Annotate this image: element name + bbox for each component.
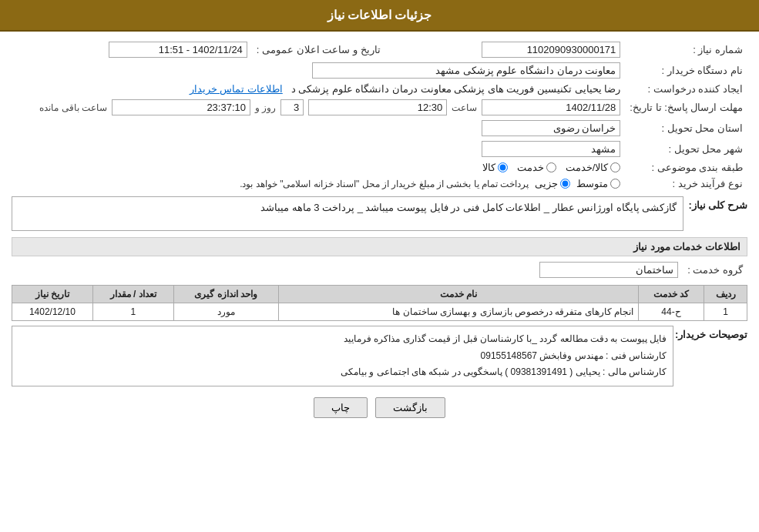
- response-date-value: 1402/11/28: [482, 99, 620, 115]
- service-group-value-cell: ساختمان: [12, 259, 683, 280]
- table-row: 1 ح-44 انجام کارهای متفرقه درخصوص بازساز…: [12, 303, 747, 321]
- process-radio-motavaset: متوسط: [576, 178, 620, 189]
- cell-row-num: 1: [704, 303, 747, 321]
- col-header-row-num: ردیف: [704, 286, 747, 303]
- response-time-remaining: 23:37:10: [112, 99, 250, 115]
- process-value-cell: متوسط جزیی پرداخت تمام یا بخشی از مبلغ خ…: [12, 176, 625, 192]
- print-button[interactable]: چاپ: [314, 397, 368, 418]
- cell-need-date: 1402/12/10: [12, 303, 93, 321]
- col-header-quantity: تعداد / مقدار: [92, 286, 173, 303]
- back-button[interactable]: بازگشت: [375, 397, 445, 418]
- header-info-table: شماره نیاز : 1102090930000171 تاریخ و سا…: [12, 39, 747, 192]
- category-radio-kala-khedmat-label: کالا/خدمت: [566, 162, 609, 173]
- category-radio-group: کالا/خدمت خدمت کالا: [16, 162, 620, 173]
- cell-unit: مورد: [173, 303, 278, 321]
- category-radio-khedmat-input[interactable]: [546, 162, 556, 172]
- page-header: جزئیات اطلاعات نیاز: [0, 0, 759, 32]
- buyer-desc-line: فایل پیوست به دقت مطالعه گردد _با کارشنا…: [18, 331, 667, 348]
- creator-label: ایجاد کننده درخواست :: [625, 81, 747, 97]
- process-radio-motavaset-input[interactable]: [610, 179, 620, 189]
- need-number-value-cell: 1102090930000171: [385, 39, 626, 60]
- buyer-desc-line: کارشناس فنی : مهندس وفابخش 09155148567: [18, 348, 667, 365]
- service-group-value: ساختمان: [539, 262, 678, 278]
- need-number-value: 1102090930000171: [482, 42, 620, 58]
- announce-datetime-value: 1402/11/24 - 11:51: [109, 42, 247, 58]
- category-radio-khedmat: خدمت: [517, 162, 556, 173]
- services-section-title: اطلاعات خدمات مورد نیاز: [12, 237, 747, 256]
- category-radio-kala: کالا: [482, 162, 508, 173]
- province-label: استان محل تحویل :: [625, 118, 747, 139]
- response-deadline-label: مهلت ارسال پاسخ: تا تاریخ:: [625, 97, 747, 118]
- cell-quantity: 1: [92, 303, 173, 321]
- process-radio-motavaset-label: متوسط: [576, 178, 608, 189]
- buyer-desc-line: کارشناس مالی : یحیایی ( 09381391491 ) پا…: [18, 364, 667, 381]
- process-row: متوسط جزیی پرداخت تمام یا بخشی از مبلغ خ…: [16, 178, 620, 189]
- service-group-label: گروه خدمت :: [683, 259, 747, 280]
- col-header-service-name: نام خدمت: [278, 286, 638, 303]
- need-desc-container: گازکشی پایگاه اورژانس عطار _ اطلاعات کام…: [12, 196, 683, 231]
- response-days-value: 3: [280, 99, 304, 115]
- category-radio-khedmat-label: خدمت: [517, 162, 544, 173]
- category-radio-kala-label: کالا: [482, 162, 495, 173]
- col-header-unit: واحد اندازه گیری: [173, 286, 278, 303]
- need-desc-label: شرح کلی نیاز:: [688, 196, 747, 211]
- cell-service-name: انجام کارهای متفرقه درخصوص بازسازی و بهس…: [278, 303, 638, 321]
- province-value: خراسان رضوی: [482, 120, 620, 136]
- response-time-label-static: ساعت: [452, 102, 477, 113]
- service-items-table: ردیف کد خدمت نام خدمت واحد اندازه گیری ت…: [12, 285, 747, 321]
- buyer-org-value: معاونت درمان دانشگاه علوم پزشکی مشهد: [312, 62, 620, 79]
- service-group-table: گروه خدمت : ساختمان: [12, 259, 747, 280]
- col-header-need-date: تاریخ نیاز: [12, 286, 93, 303]
- cell-service-code: ح-44: [638, 303, 704, 321]
- category-radio-kala-khedmat-input[interactable]: [610, 162, 620, 172]
- creator-value: رضا یحیایی تکنیسین فوریت های پزشکی معاون…: [291, 83, 621, 95]
- need-desc-section: شرح کلی نیاز: گازکشی پایگاه اورژانس عطار…: [12, 196, 747, 231]
- buyer-desc-value: فایل پیوست به دقت مطالعه گردد _با کارشنا…: [12, 326, 673, 386]
- process-note: پرداخت تمام یا بخشی از مبلغ خریدار از مح…: [240, 179, 529, 189]
- buyer-desc-section: توصیحات خریدار: فایل پیوست به دقت مطالعه…: [12, 326, 747, 386]
- buyer-org-value-cell: معاونت درمان دانشگاه علوم پزشکی مشهد: [12, 60, 625, 81]
- col-header-service-code: کد خدمت: [638, 286, 704, 303]
- city-value-cell: مشهد: [385, 139, 626, 159]
- process-radio-jozyi: جزیی: [535, 178, 570, 189]
- creator-value-cell: رضا یحیایی تکنیسین فوریت های پزشکی معاون…: [12, 81, 625, 97]
- response-deadline-row: 1402/11/28 ساعت 12:30 3 روز و 23:37:10 س…: [16, 99, 620, 115]
- category-radio-kala-input[interactable]: [498, 162, 508, 172]
- page-wrapper: جزئیات اطلاعات نیاز شماره نیاز : 1102090…: [0, 0, 759, 532]
- creator-contact-link[interactable]: اطلاعات تماس خریدار: [190, 83, 283, 95]
- process-radio-jozyi-label: جزیی: [535, 178, 558, 189]
- response-days-label: روز و: [255, 102, 276, 113]
- buyer-desc-container: فایل پیوست به دقت مطالعه گردد _با کارشنا…: [12, 326, 673, 386]
- category-radio-kala-khedmat: کالا/خدمت: [566, 162, 621, 173]
- category-label: طبقه بندی موضوعی :: [625, 159, 747, 176]
- need-number-label: شماره نیاز :: [625, 39, 747, 60]
- process-radio-jozyi-input[interactable]: [560, 179, 570, 189]
- city-label: شهر محل تحویل :: [625, 139, 747, 159]
- city-value: مشهد: [482, 141, 620, 157]
- page-title: جزئیات اطلاعات نیاز: [327, 8, 432, 22]
- buyer-org-label: نام دستگاه خریدار :: [625, 60, 747, 81]
- button-row: بازگشت چاپ: [12, 397, 747, 418]
- response-time-unit: ساعت باقی مانده: [39, 102, 107, 113]
- category-value-cell: کالا/خدمت خدمت کالا: [12, 159, 625, 176]
- province-value-cell: خراسان رضوی: [385, 118, 626, 139]
- announce-datetime-label: تاریخ و ساعت اعلان عمومی :: [252, 39, 385, 60]
- announce-datetime-value-cell: 1402/11/24 - 11:51: [12, 39, 252, 60]
- buyer-desc-label: توصیحات خریدار:: [678, 326, 747, 340]
- response-deadline-value-cell: 1402/11/28 ساعت 12:30 3 روز و 23:37:10 س…: [12, 97, 625, 118]
- response-time-value: 12:30: [308, 99, 447, 115]
- process-label: نوع فرآیند خرید :: [625, 176, 747, 192]
- main-content: شماره نیاز : 1102090930000171 تاریخ و سا…: [0, 32, 759, 433]
- need-desc-value: گازکشی پایگاه اورژانس عطار _ اطلاعات کام…: [12, 196, 683, 231]
